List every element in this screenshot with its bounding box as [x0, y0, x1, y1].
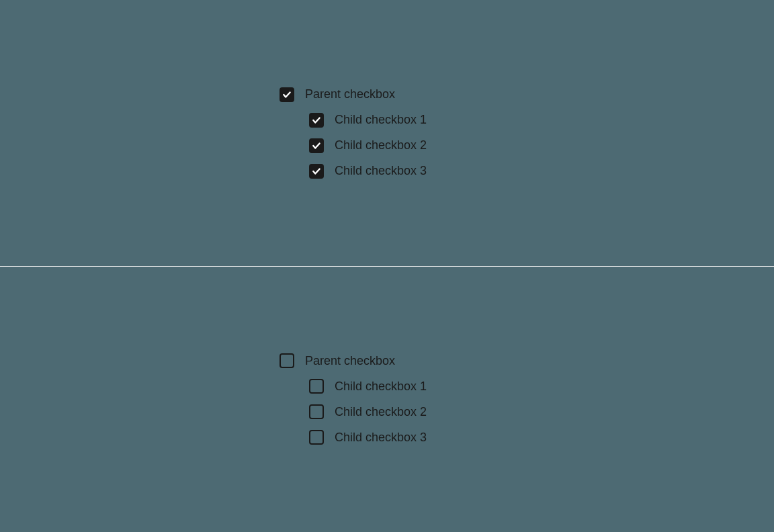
parent-checkbox[interactable]: [280, 353, 294, 368]
child-checkbox-label: Child checkbox 2: [335, 138, 427, 152]
child-checkbox-2[interactable]: [309, 404, 324, 419]
child-checkbox-row: Child checkbox 1: [280, 379, 494, 394]
child-checkbox-row: Child checkbox 3: [280, 430, 494, 445]
checkmark-icon: [312, 167, 321, 176]
child-checkbox-row: Child checkbox 3: [280, 164, 494, 179]
child-checkbox-row: Child checkbox 2: [280, 138, 494, 153]
parent-checkbox-row: Parent checkbox: [280, 87, 494, 102]
checkmark-icon: [282, 90, 292, 99]
child-checkbox-3[interactable]: [309, 430, 324, 445]
checkbox-group-checked: Parent checkbox Child checkbox 1 Child c…: [280, 87, 494, 179]
parent-checkbox-label: Parent checkbox: [305, 87, 395, 101]
parent-checkbox-label: Parent checkbox: [305, 354, 395, 368]
child-checkbox-label: Child checkbox 1: [335, 113, 427, 127]
parent-checkbox[interactable]: [280, 87, 294, 102]
child-checkbox-row: Child checkbox 1: [280, 113, 494, 128]
child-checkbox-label: Child checkbox 1: [335, 380, 427, 394]
checkmark-icon: [312, 141, 321, 150]
parent-checkbox-row: Parent checkbox: [280, 353, 494, 368]
panel-unchecked-state: Parent checkbox Child checkbox 1 Child c…: [0, 267, 774, 533]
child-checkbox-row: Child checkbox 2: [280, 404, 494, 419]
child-checkbox-3[interactable]: [309, 164, 324, 179]
panel-checked-state: Parent checkbox Child checkbox 1 Child c…: [0, 0, 774, 266]
checkbox-group-unchecked: Parent checkbox Child checkbox 1 Child c…: [280, 353, 494, 445]
child-checkbox-2[interactable]: [309, 138, 324, 153]
child-checkbox-label: Child checkbox 2: [335, 405, 427, 419]
child-checkbox-label: Child checkbox 3: [335, 164, 427, 178]
child-checkbox-1[interactable]: [309, 379, 324, 394]
checkmark-icon: [312, 116, 321, 125]
child-checkbox-1[interactable]: [309, 113, 324, 128]
child-checkbox-label: Child checkbox 3: [335, 431, 427, 445]
